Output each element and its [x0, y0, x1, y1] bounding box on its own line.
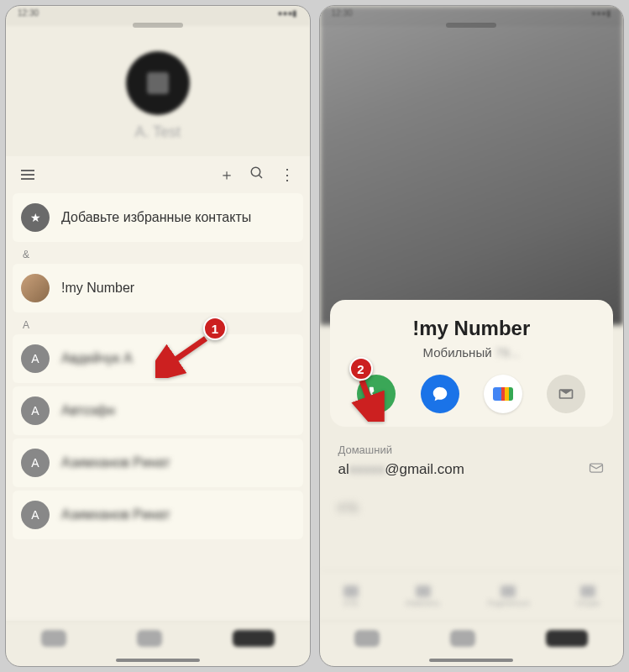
- section-header: &: [13, 245, 303, 264]
- contact-photo: [320, 6, 624, 325]
- profile-avatar[interactable]: [126, 51, 190, 115]
- contact-detail-screen: 12:30●●●▮ !my Number Мобильный 79... Дом…: [319, 5, 625, 667]
- contacts-list[interactable]: ★ Добавьте избранные контакты & !my Numb…: [6, 193, 310, 621]
- contact-label: Азимханов Ринат: [61, 507, 170, 522]
- contact-label: Азимханов Ринат: [61, 455, 170, 470]
- favorites-row[interactable]: ★ Добавьте избранные контакты: [13, 193, 303, 242]
- gesture-bar: [320, 654, 624, 666]
- annotation-badge-1: 1: [203, 317, 227, 340]
- nav-tab[interactable]: [450, 630, 475, 647]
- search-icon[interactable]: [249, 165, 265, 185]
- nav-bar: [6, 621, 310, 654]
- email-section: Домашний alxxxxx@gmail.com: [320, 427, 624, 496]
- contact-label: Автозфн: [61, 403, 115, 418]
- status-bar: 12:30●●●▮: [6, 6, 310, 26]
- spacer: КТБ: [320, 496, 624, 570]
- nav-bar: [320, 621, 624, 654]
- nav-tab-active[interactable]: [233, 630, 275, 647]
- mail-icon[interactable]: [588, 459, 605, 480]
- contact-name: !my Number: [345, 317, 599, 340]
- contact-avatar: A: [21, 396, 50, 425]
- tab-item[interactable]: Изменить: [406, 585, 440, 607]
- status-bar: 12:30●●●▮: [320, 6, 624, 26]
- contact-label: !my Number: [61, 281, 134, 296]
- nav-tab[interactable]: [354, 630, 380, 647]
- email-label: Домашний: [338, 444, 605, 456]
- phone-number: 79...: [495, 345, 520, 360]
- video-call-button[interactable]: [484, 375, 522, 413]
- nav-tab-active[interactable]: [546, 630, 588, 647]
- favorites-label: Добавьте избранные контакты: [61, 210, 251, 225]
- menu-icon[interactable]: [21, 170, 34, 180]
- annotation-arrow-2: [350, 375, 392, 425]
- profile-name: A. Test: [6, 123, 310, 141]
- tab-item[interactable]: Опции: [577, 585, 600, 607]
- contact-avatar: A: [21, 501, 50, 529]
- star-icon: ★: [21, 203, 50, 232]
- duo-icon: [493, 387, 513, 401]
- more-icon[interactable]: ⋮: [280, 165, 295, 184]
- message-button[interactable]: [421, 375, 459, 413]
- add-icon[interactable]: ＋: [219, 165, 234, 185]
- tab-item[interactable]: КТБ: [343, 585, 359, 607]
- email-button[interactable]: [547, 375, 585, 413]
- profile-header: A. Test: [6, 26, 310, 156]
- contact-label: Авдейчук А: [61, 351, 133, 366]
- contact-my-number[interactable]: !my Number: [13, 264, 303, 312]
- svg-point-0: [251, 167, 260, 176]
- gesture-bar: [6, 654, 310, 666]
- contact-avatar: A: [21, 344, 50, 373]
- svg-rect-2: [590, 464, 603, 472]
- list-item[interactable]: A Азимханов Ринат: [13, 438, 303, 487]
- list-item[interactable]: A Азимханов Ринат: [13, 491, 303, 539]
- contact-avatar: A: [21, 449, 50, 477]
- toolbar: ＋ ⋮: [6, 156, 310, 193]
- nav-tab[interactable]: [137, 630, 162, 647]
- contacts-list-screen: 12:30●●●▮ A. Test ＋ ⋮ ★ Добавьте избранн…: [5, 5, 311, 667]
- contact-avatar: [21, 274, 50, 302]
- nav-tab[interactable]: [41, 630, 66, 647]
- contact-phone: Мобильный 79...: [345, 345, 599, 360]
- email-value[interactable]: alxxxxx@gmail.com: [338, 461, 464, 478]
- annotation-badge-2: 2: [349, 357, 373, 381]
- list-item[interactable]: A Автозфн: [13, 386, 303, 435]
- annotation-arrow-1: [155, 332, 214, 381]
- tab-item[interactable]: Поделиться: [487, 585, 529, 607]
- svg-line-1: [259, 175, 262, 178]
- bottom-tabs: КТБ Изменить Поделиться Опции: [320, 570, 624, 621]
- phone-label: Мобильный: [423, 345, 492, 360]
